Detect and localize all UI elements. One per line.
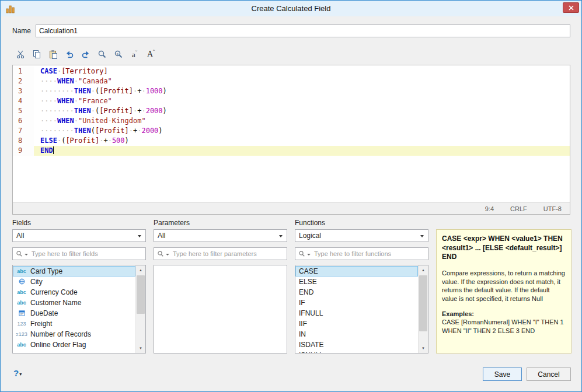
- parameters-type-dropdown[interactable]: All: [154, 229, 287, 242]
- scroll-up-button[interactable]: ▲: [136, 265, 145, 275]
- line-number: 8: [13, 136, 34, 146]
- editor-line[interactable]: 5········THEN·([Profit]·+·2000): [13, 106, 570, 116]
- list-item[interactable]: abcCurrency Code: [13, 287, 135, 298]
- editor-code-area[interactable]: 1CASE·[Territory]2····WHEN·"Canada"3····…: [13, 65, 570, 202]
- list-item[interactable]: Σ123Number of Records: [13, 329, 135, 340]
- text-field-icon: abc: [15, 289, 29, 295]
- save-button[interactable]: Save: [483, 368, 522, 381]
- list-item[interactable]: ELSE: [295, 276, 418, 287]
- functions-filter-input[interactable]: Type here to filter functions: [295, 247, 428, 260]
- list-item-label: ISDATE: [297, 341, 323, 349]
- line-number: 2: [13, 76, 34, 86]
- line-number: 4: [13, 96, 34, 106]
- code-line: ········THEN·([Profit]·+·1000): [34, 86, 570, 96]
- undo-button[interactable]: [62, 48, 76, 61]
- code-line: ELSE·([Profit]·+·500): [34, 136, 570, 146]
- list-item[interactable]: City: [13, 276, 135, 287]
- list-item[interactable]: IN: [295, 329, 418, 340]
- numeric-field-icon: 123: [15, 321, 29, 327]
- find-icon: [97, 50, 107, 59]
- expression-editor[interactable]: 1CASE·[Territory]2····WHEN·"Canada"3····…: [12, 65, 570, 215]
- geo-field-icon: [15, 278, 29, 286]
- fields-scrollbar[interactable]: ▲ ▼: [135, 265, 145, 353]
- search-icon: [298, 250, 305, 257]
- parameters-filter-placeholder: Type here to filter parameters: [173, 250, 257, 257]
- functions-panel: Functions Logical Type here to filter fu…: [295, 219, 428, 354]
- list-item[interactable]: DueDate: [13, 308, 135, 318]
- parameters-type-dropdown-value: All: [158, 232, 165, 240]
- parameters-filter-input[interactable]: Type here to filter parameters: [154, 247, 287, 260]
- svg-text:a: a: [116, 52, 119, 55]
- scroll-up-button[interactable]: ▲: [419, 265, 428, 275]
- editor-line[interactable]: 6····WHEN·"United·Kingdom": [13, 116, 570, 126]
- paste-icon: [48, 50, 58, 59]
- scroll-down-button[interactable]: ▼: [136, 344, 145, 353]
- encoding: UTF-8: [543, 205, 562, 212]
- editor-line[interactable]: 4····WHEN·"France": [13, 96, 570, 106]
- help-dropdown-arrow-icon: ▾: [19, 372, 22, 377]
- list-item[interactable]: IFNULL: [295, 308, 418, 318]
- editor-line[interactable]: 1CASE·[Territory]: [13, 66, 570, 76]
- parameters-panel: Parameters All Type here to filter param…: [154, 219, 287, 354]
- list-item-label: IIF: [297, 320, 307, 328]
- copy-button[interactable]: [30, 48, 43, 61]
- editor-line[interactable]: 3········THEN·([Profit]·+·1000): [13, 86, 570, 96]
- cancel-button[interactable]: Cancel: [527, 368, 571, 381]
- code-line: CASE·[Territory]: [34, 66, 570, 76]
- redo-button[interactable]: [79, 48, 92, 61]
- editor-line[interactable]: 8ELSE·([Profit]·+·500): [13, 136, 570, 146]
- paste-button[interactable]: [46, 48, 60, 61]
- fields-panel: Fields All Type here to filter fields ab…: [12, 219, 146, 354]
- list-item[interactable]: IIF: [295, 318, 418, 329]
- font-decrease-button[interactable]: aˇ: [128, 48, 141, 61]
- list-item[interactable]: CASE: [295, 266, 418, 276]
- example-text: CASE [RomanNumeral] WHEN "I" THEN 1 WHEN…: [442, 318, 566, 335]
- text-caret: [53, 146, 54, 154]
- find-button[interactable]: [95, 48, 109, 61]
- line-number: 9: [13, 146, 34, 156]
- list-item[interactable]: ISDATE: [295, 340, 418, 350]
- list-item-label: Number of Records: [30, 330, 91, 338]
- editor-line[interactable]: 9END: [13, 146, 570, 156]
- functions-category-dropdown[interactable]: Logical: [295, 229, 428, 242]
- list-item[interactable]: END: [295, 287, 418, 298]
- list-item[interactable]: 123Freight: [13, 318, 135, 329]
- functions-filter-placeholder: Type here to filter functions: [314, 250, 391, 257]
- name-row: Name: [12, 24, 570, 37]
- help-icon: ?: [13, 369, 19, 377]
- replace-button[interactable]: a: [111, 48, 125, 61]
- cut-button[interactable]: [13, 48, 27, 61]
- list-item[interactable]: ISNULL: [295, 350, 418, 354]
- editor-toolbar: aaˇAˆ: [13, 47, 158, 61]
- font-decrease-icon: aˇ: [132, 50, 137, 59]
- fields-filter-input[interactable]: Type here to filter fields: [12, 247, 146, 260]
- code-line: END: [34, 146, 570, 156]
- list-item[interactable]: abcOnline Order Flag: [13, 340, 135, 350]
- scrollbar-thumb[interactable]: [419, 275, 427, 331]
- list-item-label: CASE: [297, 267, 318, 275]
- list-item[interactable]: abcCard Type: [13, 266, 135, 276]
- number-of-records-icon: Σ123: [15, 331, 29, 338]
- functions-scrollbar[interactable]: ▲ ▼: [418, 265, 428, 353]
- examples-label: Examples:: [442, 310, 566, 317]
- calculation-name-input[interactable]: [36, 24, 570, 37]
- functions-panel-label: Functions: [295, 219, 428, 228]
- chevron-down-icon: [279, 235, 283, 237]
- font-increase-button[interactable]: Aˆ: [144, 48, 158, 61]
- close-button[interactable]: [563, 2, 579, 13]
- functions-category-dropdown-value: Logical: [299, 232, 321, 240]
- list-item[interactable]: abcCustomer Name: [13, 298, 135, 308]
- parameters-list[interactable]: [154, 265, 287, 354]
- scrollbar-thumb[interactable]: [137, 275, 145, 314]
- search-options-arrow-icon: [166, 254, 169, 256]
- help-button[interactable]: ? ▾: [13, 369, 22, 377]
- editor-line[interactable]: 7········THEN([Profit]·+·2000): [13, 126, 570, 136]
- list-item-label: Card Type: [30, 267, 62, 275]
- replace-icon: a: [114, 50, 123, 59]
- fields-type-dropdown[interactable]: All: [12, 229, 146, 242]
- scroll-down-button[interactable]: ▼: [419, 344, 428, 353]
- list-item[interactable]: IF: [295, 298, 418, 308]
- create-calculated-field-dialog: Create Calculated Field Name aaˇAˆ 1CASE…: [0, 0, 582, 392]
- editor-line[interactable]: 2····WHEN·"Canada": [13, 76, 570, 86]
- functions-list: CASEELSEENDIFIFNULLIIFINISDATEISNULL ▲ ▼: [295, 265, 428, 354]
